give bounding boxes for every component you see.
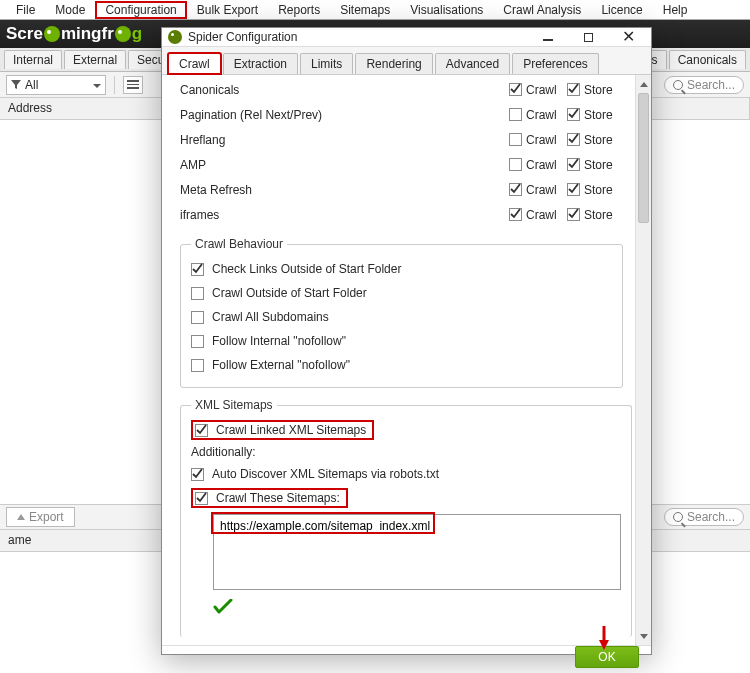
checkbox-pagination-store[interactable]	[567, 108, 580, 121]
logo-o-icon	[44, 26, 60, 42]
store-label: Store	[584, 183, 613, 197]
tab-rendering[interactable]: Rendering	[355, 53, 432, 74]
dialog-footer: OK	[162, 645, 651, 668]
maximise-button[interactable]	[577, 28, 599, 46]
checkbox-follow-internal-nofollow[interactable]	[191, 335, 204, 348]
minimise-icon	[543, 39, 553, 41]
option-row-pagination: Pagination (Rel Next/Prev) Crawl Store	[180, 102, 623, 127]
checkbox-crawl-subdomains[interactable]	[191, 311, 204, 324]
tab-internal[interactable]: Internal	[4, 50, 62, 69]
filter-select[interactable]: All	[6, 75, 106, 95]
tab-advanced[interactable]: Advanced	[435, 53, 510, 74]
checkbox-check-links-outside[interactable]	[191, 263, 204, 276]
highlight-crawl-linked-sitemaps: Crawl Linked XML Sitemaps	[191, 420, 374, 440]
checkbox-crawl-linked-sitemaps[interactable]	[195, 424, 208, 437]
dialog-tabs: Crawl Extraction Limits Rendering Advanc…	[162, 47, 651, 75]
option-label: iframes	[180, 208, 509, 222]
scroll-up-button[interactable]	[637, 77, 651, 91]
dialog-body: Canonicals Crawl Store Pagination (Rel N…	[162, 75, 651, 645]
dialog-scrollbar[interactable]	[635, 75, 651, 645]
logo-suffix: g	[132, 24, 142, 44]
maximise-icon	[584, 33, 593, 42]
option-crawl-outside: Crawl Outside of Start Folder	[212, 286, 367, 300]
checkbox-amp-store[interactable]	[567, 158, 580, 171]
menu-file[interactable]: File	[6, 1, 45, 19]
dialog-titlebar[interactable]: Spider Configuration ✕	[162, 28, 651, 47]
close-button[interactable]: ✕	[617, 28, 639, 46]
checkbox-metarefresh-crawl[interactable]	[509, 183, 522, 196]
checkbox-iframes-store[interactable]	[567, 208, 580, 221]
option-follow-internal-nofollow: Follow Internal "nofollow"	[212, 334, 346, 348]
checkbox-follow-external-nofollow[interactable]	[191, 359, 204, 372]
menu-bulk-export[interactable]: Bulk Export	[187, 1, 268, 19]
menu-help[interactable]: Help	[653, 1, 698, 19]
scrollbar-track[interactable]	[636, 93, 651, 627]
option-label: Meta Refresh	[180, 183, 509, 197]
option-row-hreflang: Hreflang Crawl Store	[180, 127, 623, 152]
search-icon	[673, 80, 683, 90]
option-auto-discover-sitemaps: Auto Discover XML Sitemaps via robots.tx…	[212, 467, 439, 481]
crawl-label: Crawl	[526, 83, 557, 97]
scrollbar-thumb[interactable]	[638, 93, 649, 223]
option-crawl-these-sitemaps: Crawl These Sitemaps:	[216, 491, 340, 505]
tab-preferences[interactable]: Preferences	[512, 53, 599, 74]
main-menu-bar: File Mode Configuration Bulk Export Repo…	[0, 0, 750, 20]
checkbox-hreflang-store[interactable]	[567, 133, 580, 146]
sitemap-url-textarea[interactable]	[213, 514, 621, 590]
search-placeholder: Search...	[687, 78, 735, 92]
checkbox-canonicals-crawl[interactable]	[509, 83, 522, 96]
logo-o-icon-2	[115, 26, 131, 42]
export-button[interactable]: Export	[6, 507, 75, 527]
tab-external[interactable]: External	[64, 50, 126, 69]
checkbox-amp-crawl[interactable]	[509, 158, 522, 171]
menu-visualisations[interactable]: Visualisations	[400, 1, 493, 19]
tab-limits[interactable]: Limits	[300, 53, 353, 74]
highlight-crawl-these-sitemaps: Crawl These Sitemaps:	[191, 488, 348, 508]
checkbox-hreflang-crawl[interactable]	[509, 133, 522, 146]
app-logo: Scre mingfr g	[6, 24, 142, 44]
checkbox-pagination-crawl[interactable]	[509, 108, 522, 121]
crawl-label: Crawl	[526, 158, 557, 172]
checkbox-iframes-crawl[interactable]	[509, 208, 522, 221]
option-label: Canonicals	[180, 83, 509, 97]
tab-extraction[interactable]: Extraction	[223, 53, 298, 74]
crawl-label: Crawl	[526, 108, 557, 122]
option-crawl-linked-sitemaps: Crawl Linked XML Sitemaps	[216, 423, 366, 437]
search-icon	[673, 512, 683, 522]
store-label: Store	[584, 133, 613, 147]
close-icon: ✕	[622, 29, 635, 45]
menu-sitemaps[interactable]: Sitemaps	[330, 1, 400, 19]
list-view-icon[interactable]	[123, 76, 143, 94]
menu-reports[interactable]: Reports	[268, 1, 330, 19]
fieldset-crawl-behaviour: Crawl Behaviour Check Links Outside of S…	[180, 237, 623, 388]
menu-licence[interactable]: Licence	[591, 1, 652, 19]
option-row-metarefresh: Meta Refresh Crawl Store	[180, 177, 623, 202]
option-label: Pagination (Rel Next/Prev)	[180, 108, 509, 122]
option-row-amp: AMP Crawl Store	[180, 152, 623, 177]
checkbox-metarefresh-store[interactable]	[567, 183, 580, 196]
logo-post: mingfr	[61, 24, 114, 44]
checkbox-crawl-these-sitemaps[interactable]	[195, 492, 208, 505]
menu-configuration[interactable]: Configuration	[95, 1, 186, 19]
logo-pre: Scre	[6, 24, 43, 44]
store-label: Store	[584, 83, 613, 97]
fieldset-xml-sitemaps: XML Sitemaps Crawl Linked XML Sitemaps A…	[180, 398, 632, 637]
checkbox-auto-discover-sitemaps[interactable]	[191, 468, 204, 481]
store-label: Store	[584, 108, 613, 122]
menu-crawl-analysis[interactable]: Crawl Analysis	[493, 1, 591, 19]
legend-xml-sitemaps: XML Sitemaps	[191, 398, 277, 412]
crawl-label: Crawl	[526, 208, 557, 222]
tab-canonicals[interactable]: Canonicals	[669, 50, 746, 69]
dialog-title: Spider Configuration	[188, 30, 297, 44]
option-check-links-outside: Check Links Outside of Start Folder	[212, 262, 401, 276]
search-input[interactable]: Search...	[664, 76, 744, 94]
checkbox-crawl-outside[interactable]	[191, 287, 204, 300]
minimise-button[interactable]	[537, 28, 559, 46]
scroll-down-button[interactable]	[637, 629, 651, 643]
search-input-lower[interactable]: Search...	[664, 508, 744, 526]
checkbox-canonicals-store[interactable]	[567, 83, 580, 96]
option-row-canonicals: Canonicals Crawl Store	[180, 77, 623, 102]
window-buttons: ✕	[537, 28, 645, 46]
menu-mode[interactable]: Mode	[45, 1, 95, 19]
tab-crawl[interactable]: Crawl	[168, 53, 221, 74]
